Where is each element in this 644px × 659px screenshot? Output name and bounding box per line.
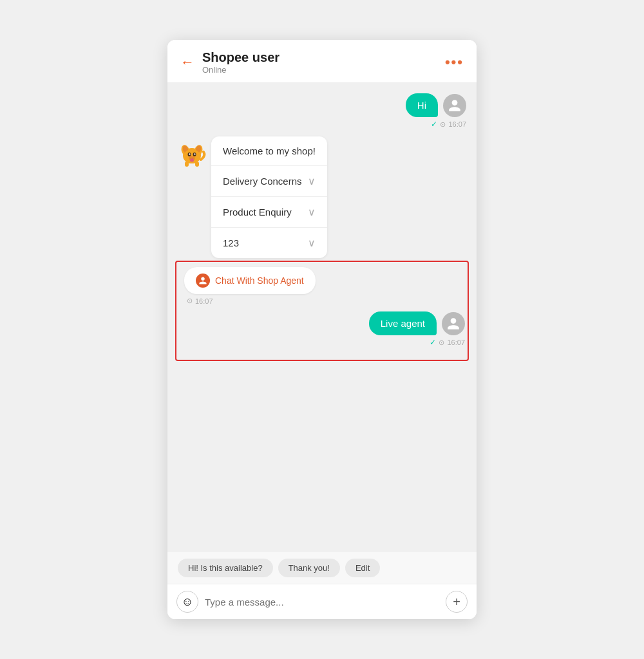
agent-icon [196, 274, 210, 288]
menu-item-product[interactable]: Product Enquiry ∨ [211, 197, 327, 228]
svg-rect-15 [195, 162, 199, 167]
quick-reply-thankyou[interactable]: Thank you! [278, 559, 340, 577]
svg-point-12 [193, 158, 194, 159]
agent-timestamp-row: ⊙ 16:07 [179, 297, 465, 305]
quick-reply-available[interactable]: Hi! Is this available? [178, 559, 273, 577]
phone-container: ← Shopee user Online ••• Hi ✓ ⊙ 16:07 [167, 40, 477, 619]
chat-spacer [178, 361, 466, 425]
svg-rect-14 [185, 162, 189, 167]
welcome-text: Welcome to my shop! [211, 136, 327, 166]
quick-reply-edit[interactable]: Edit [345, 559, 380, 577]
check-icon-2: ✓ [430, 338, 436, 347]
live-agent-time: 16:07 [447, 339, 465, 346]
quick-replies-bar: Hi! Is this available? Thank you! Edit [167, 552, 477, 584]
clock-icon: ⊙ [440, 120, 446, 129]
contact-name: Shopee user [202, 50, 279, 65]
svg-point-11 [191, 158, 192, 159]
back-button[interactable]: ← [180, 54, 194, 71]
agent-message-row: Chat With Shop Agent [179, 267, 465, 294]
chevron-down-icon: ∨ [308, 206, 316, 218]
user-avatar-2 [442, 312, 465, 335]
agent-bubble[interactable]: Chat With Shop Agent [184, 267, 316, 294]
agent-text: Chat With Shop Agent [215, 275, 304, 286]
chevron-down-icon: ∨ [308, 237, 316, 249]
hi-time: 16:07 [448, 120, 466, 128]
emoji-icon: ☺ [182, 595, 193, 609]
svg-point-13 [190, 159, 194, 162]
live-agent-bubble: Live agent [369, 311, 437, 335]
chat-area: Hi ✓ ⊙ 16:07 [167, 83, 477, 552]
svg-point-8 [189, 153, 191, 154]
agent-time: 16:07 [195, 297, 213, 305]
input-bar: ☺ + [167, 584, 477, 619]
user-avatar [443, 94, 466, 117]
more-options-button[interactable]: ••• [445, 54, 464, 71]
item-123-label: 123 [223, 237, 239, 248]
add-icon: + [453, 595, 460, 609]
svg-point-9 [194, 153, 196, 154]
hi-timestamp: ✓ ⊙ 16:07 [178, 120, 466, 129]
check-icon: ✓ [431, 120, 437, 129]
bot-message-row: Welcome to my shop! Delivery Concerns ∨ … [178, 136, 466, 258]
header-left: ← Shopee user Online [180, 50, 279, 75]
live-agent-row: Live agent [179, 311, 465, 335]
emoji-button[interactable]: ☺ [176, 591, 198, 613]
outgoing-hi-row: Hi [178, 93, 466, 117]
bot-avatar [178, 139, 206, 167]
header-info: Shopee user Online [202, 50, 279, 75]
highlight-section: Chat With Shop Agent ⊙ 16:07 Live agent … [175, 261, 469, 361]
live-agent-timestamp: ✓ ⊙ 16:07 [179, 338, 465, 347]
chat-header: ← Shopee user Online ••• [167, 40, 477, 83]
outgoing-hi-bubble: Hi [406, 93, 438, 117]
menu-item-delivery[interactable]: Delivery Concerns ∨ [211, 166, 327, 197]
add-attachment-button[interactable]: + [446, 591, 468, 613]
online-status: Online [202, 65, 279, 75]
agent-clock-icon: ⊙ [187, 297, 193, 305]
chevron-down-icon: ∨ [308, 175, 316, 187]
menu-item-123[interactable]: 123 ∨ [211, 228, 327, 258]
product-label: Product Enquiry [223, 207, 292, 218]
clock-icon-2: ⊙ [439, 339, 444, 347]
bot-menu-card: Welcome to my shop! Delivery Concerns ∨ … [211, 136, 327, 258]
delivery-label: Delivery Concerns [223, 176, 302, 187]
message-input[interactable] [205, 597, 439, 608]
